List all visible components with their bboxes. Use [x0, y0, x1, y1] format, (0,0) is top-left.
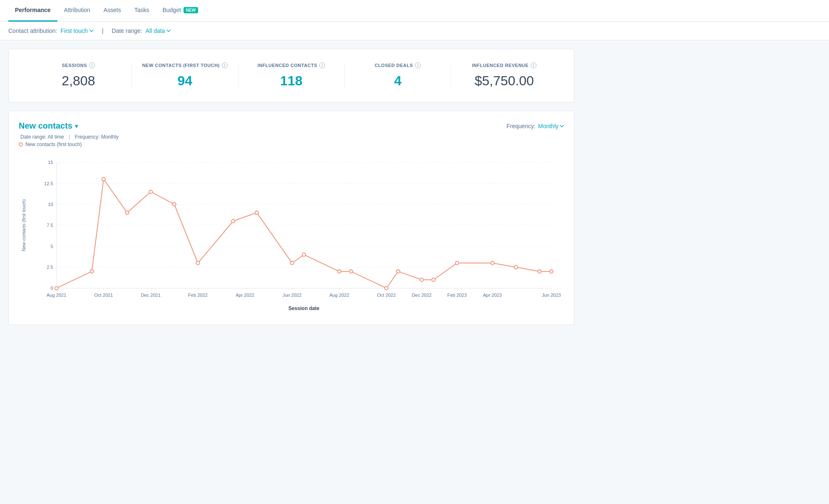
svg-text:7.5: 7.5	[47, 223, 53, 228]
legend-dot-icon	[19, 142, 23, 146]
frequency-value-text: Monthly	[538, 123, 558, 129]
svg-text:Feb 2022: Feb 2022	[188, 293, 208, 298]
svg-point-47	[196, 261, 199, 265]
stat-closed-deals-value: 4	[353, 73, 442, 89]
svg-text:5: 5	[50, 244, 53, 249]
contact-attribution-value: First touch	[61, 27, 88, 34]
svg-point-54	[385, 286, 388, 290]
svg-point-59	[491, 261, 494, 265]
svg-text:Jun 2022: Jun 2022	[283, 293, 302, 298]
stat-influenced-contacts-value: 118	[247, 73, 336, 89]
contact-attribution-dropdown[interactable]: First touch	[61, 27, 94, 34]
svg-point-56	[420, 278, 423, 281]
filter-bar: Contact attribution: First touch | Date …	[0, 22, 829, 40]
svg-text:Jun 2023: Jun 2023	[542, 293, 561, 298]
svg-point-51	[302, 253, 305, 256]
svg-point-53	[349, 270, 352, 273]
stat-new-contacts-label: NEW CONTACTS (FIRST TOUCH) i	[140, 62, 230, 68]
svg-text:Apr 2023: Apr 2023	[483, 293, 502, 298]
stat-influenced-revenue-label: INFLUENCED REVENUE i	[459, 62, 549, 68]
contact-attribution-label: Contact attribution:	[8, 27, 57, 34]
svg-point-50	[290, 261, 294, 265]
svg-text:Oct 2021: Oct 2021	[94, 293, 113, 298]
influenced-contacts-info-icon[interactable]: i	[319, 62, 325, 68]
tab-budget[interactable]: Budget NEW	[156, 0, 205, 22]
date-range-dropdown[interactable]: All data	[146, 27, 171, 34]
filter-separator: |	[102, 27, 104, 34]
chart-meta-date-range: Date range: All time	[20, 134, 64, 140]
line-chart-svg: New contacts (first touch)02.557.51012.5…	[19, 154, 564, 313]
svg-point-41	[55, 286, 58, 290]
tab-attribution-label: Attribution	[64, 7, 90, 13]
stat-sessions-value: 2,808	[34, 73, 123, 89]
svg-point-57	[432, 278, 435, 281]
svg-text:Apr 2022: Apr 2022	[236, 293, 254, 298]
stat-influenced-contacts-label: INFLUENCED CONTACTS i	[247, 62, 336, 68]
svg-point-52	[338, 270, 341, 273]
svg-point-61	[538, 270, 541, 273]
svg-point-49	[255, 211, 258, 214]
chart-title-button[interactable]: New contacts ▾	[19, 121, 78, 131]
tab-tasks-label: Tasks	[134, 7, 149, 13]
svg-text:Feb 2023: Feb 2023	[447, 293, 467, 298]
frequency-dropdown[interactable]: Monthly	[538, 123, 564, 129]
svg-text:Dec 2022: Dec 2022	[412, 293, 432, 298]
svg-text:Session date: Session date	[288, 305, 320, 311]
chevron-down-icon	[560, 125, 564, 127]
svg-text:Oct 2022: Oct 2022	[377, 293, 396, 298]
svg-point-42	[90, 270, 94, 273]
svg-text:15: 15	[48, 160, 53, 165]
tab-assets-label: Assets	[104, 7, 121, 13]
svg-text:Aug 2022: Aug 2022	[329, 293, 349, 298]
stat-new-contacts-value: 94	[140, 73, 230, 89]
svg-text:10: 10	[48, 202, 53, 207]
chart-header: New contacts ▾ Frequency: Monthly	[19, 121, 564, 131]
main-content: SESSIONS i 2,808 NEW CONTACTS (FIRST TOU…	[0, 40, 583, 333]
stats-card: SESSIONS i 2,808 NEW CONTACTS (FIRST TOU…	[8, 49, 574, 102]
svg-text:New contacts (first touch): New contacts (first touch)	[21, 199, 26, 251]
svg-point-62	[550, 270, 553, 273]
closed-deals-info-icon[interactable]: i	[415, 62, 421, 68]
stat-influenced-contacts: INFLUENCED CONTACTS i 118	[238, 62, 345, 89]
top-navigation: Performance Attribution Assets Tasks Bud…	[0, 0, 829, 22]
svg-point-58	[455, 261, 459, 265]
chart-card: New contacts ▾ Frequency: Monthly Date r…	[8, 111, 574, 325]
sessions-info-icon[interactable]: i	[89, 62, 95, 68]
stat-new-contacts: NEW CONTACTS (FIRST TOUCH) i 94	[132, 62, 238, 89]
date-range-value: All data	[146, 27, 165, 34]
stat-influenced-revenue-value: $5,750.00	[459, 73, 549, 89]
stat-closed-deals-label: CLOSED DEALS i	[353, 62, 442, 68]
tab-tasks[interactable]: Tasks	[128, 0, 156, 22]
chart-title-arrow-icon: ▾	[75, 123, 78, 129]
svg-text:Aug 2021: Aug 2021	[47, 293, 66, 298]
stat-closed-deals: CLOSED DEALS i 4	[345, 62, 451, 89]
svg-point-45	[149, 190, 152, 194]
chart-meta-frequency: Frequency: Monthly	[75, 134, 119, 140]
svg-point-46	[173, 203, 176, 206]
chart-meta: Date range: All time | Frequency: Monthl…	[19, 134, 564, 140]
influenced-revenue-info-icon[interactable]: i	[531, 62, 536, 68]
tab-budget-label: Budget	[162, 7, 181, 13]
chart-title-text: New contacts	[19, 121, 72, 131]
chart-legend: New contacts (first touch)	[19, 142, 564, 147]
frequency-control: Frequency: Monthly	[506, 123, 564, 129]
stat-sessions-label: SESSIONS i	[34, 62, 123, 68]
svg-point-43	[102, 177, 105, 181]
tab-assets[interactable]: Assets	[97, 0, 128, 22]
chevron-down-icon	[166, 30, 171, 32]
budget-badge-new: NEW	[184, 7, 198, 13]
frequency-label: Frequency:	[506, 123, 536, 129]
svg-text:12.5: 12.5	[44, 181, 53, 186]
tab-attribution[interactable]: Attribution	[57, 0, 97, 22]
svg-text:Dec 2021: Dec 2021	[141, 293, 160, 298]
svg-point-55	[397, 270, 400, 273]
date-range-label: Date range:	[112, 27, 142, 34]
chart-container: New contacts (first touch)02.557.51012.5…	[19, 154, 564, 315]
tab-performance[interactable]: Performance	[8, 0, 57, 22]
new-contacts-info-icon[interactable]: i	[222, 62, 228, 68]
chart-meta-separator: |	[69, 134, 71, 140]
chevron-down-icon	[89, 30, 94, 32]
legend-label-text: New contacts (first touch)	[25, 142, 82, 147]
tab-performance-label: Performance	[15, 7, 51, 13]
stat-sessions: SESSIONS i 2,808	[25, 62, 132, 89]
